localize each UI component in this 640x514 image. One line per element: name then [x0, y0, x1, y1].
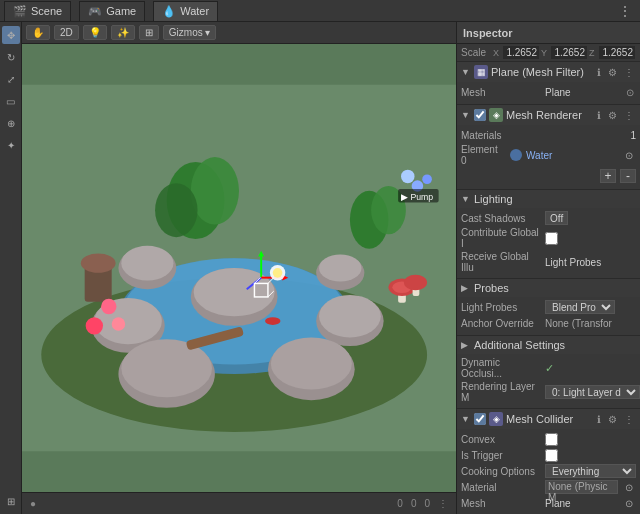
is-trigger-checkbox[interactable]	[545, 449, 558, 462]
mesh-collider-settings-btn[interactable]: ⚙	[606, 414, 619, 425]
probes-header[interactable]: ▶ Probes	[457, 279, 640, 297]
convex-checkbox[interactable]	[545, 433, 558, 446]
mesh-filter-mesh-label: Mesh	[461, 87, 541, 98]
mesh-collider-info-btn[interactable]: ℹ	[595, 414, 603, 425]
scale-x-input[interactable]	[503, 46, 539, 59]
inspector-body[interactable]: Scale X Y Z ▼ ▦ Plane (Mesh Filter) ℹ ⚙ …	[457, 44, 640, 514]
scale-label: Scale	[461, 47, 491, 58]
mesh-collider-header[interactable]: ▼ ◈ Mesh Collider ℹ ⚙ ⋮	[457, 409, 640, 429]
add-material-button[interactable]: +	[600, 169, 616, 183]
dynamic-occlusion-row: Dynamic Occlusi... ✓	[461, 356, 636, 380]
is-trigger-label: Is Trigger	[461, 450, 541, 461]
sidebar-custom-tool[interactable]: ✦	[2, 136, 20, 154]
element-dot	[510, 149, 522, 161]
svg-point-5	[194, 268, 275, 316]
scale-y-input[interactable]	[551, 46, 587, 59]
lighting-header[interactable]: ▼ Lighting	[457, 190, 640, 208]
main-content: ✥ ↻ ⤢ ▭ ⊕ ✦ ⊞ ✋ 2D 💡 ✨ ⊞ Gizmos ▾	[0, 22, 640, 514]
svg-point-31	[86, 317, 103, 334]
additional-settings-body: Dynamic Occlusi... ✓ Rendering Layer M 0…	[457, 354, 640, 408]
sidebar-rotate-tool[interactable]: ↻	[2, 48, 20, 66]
sidebar-transform-tool[interactable]: ⊕	[2, 114, 20, 132]
dynamic-occlusion-label: Dynamic Occlusi...	[461, 357, 541, 379]
svg-point-35	[422, 174, 432, 184]
mesh-renderer-settings-btn[interactable]: ⚙	[606, 110, 619, 121]
contribute-gi-checkbox[interactable]	[545, 232, 558, 245]
mesh-collider-icon: ◈	[489, 412, 503, 426]
is-trigger-row: Is Trigger	[461, 447, 636, 463]
scene-panel: ✋ 2D 💡 ✨ ⊞ Gizmos ▾	[22, 22, 456, 514]
element-select-button[interactable]: ⊙	[622, 148, 636, 162]
dynamic-occlusion-check: ✓	[545, 362, 554, 375]
anchor-override-row: Anchor Override None (Transfor	[461, 315, 636, 331]
tab-game[interactable]: 🎮 Game	[79, 1, 145, 21]
scene-lights-button[interactable]: 💡	[83, 25, 107, 40]
mesh-collider-menu-btn[interactable]: ⋮	[622, 414, 636, 425]
mesh-collider-arrow: ▼	[461, 414, 471, 424]
collider-material-label: Material	[461, 482, 541, 493]
mesh-renderer-header[interactable]: ▼ ◈ Mesh Renderer ℹ ⚙ ⋮	[457, 105, 640, 125]
mesh-filter-arrow: ▼	[461, 67, 471, 77]
receive-gi-label: Receive Global Illu	[461, 251, 541, 273]
sidebar-rect-tool[interactable]: ▭	[2, 92, 20, 110]
mesh-collider-checkbox[interactable]	[474, 413, 486, 425]
additional-settings-section: ▶ Additional Settings Dynamic Occlusi...…	[457, 336, 640, 409]
mesh-filter-target-btn[interactable]: ⊙	[624, 87, 636, 98]
mesh-renderer-checkbox[interactable]	[474, 109, 486, 121]
svg-point-36	[265, 317, 280, 325]
scene-grid-button[interactable]: ⊞	[139, 25, 159, 40]
svg-point-34	[401, 170, 415, 184]
mesh-filter-section: ▼ ▦ Plane (Mesh Filter) ℹ ⚙ ⋮ Mesh Plane…	[457, 62, 640, 105]
contribute-gi-label: Contribute Global I	[461, 227, 541, 249]
scene-fx-button[interactable]: ✨	[111, 25, 135, 40]
rendering-layer-row: Rendering Layer M 0: Light Layer d	[461, 380, 636, 404]
mesh-renderer-info-btn[interactable]: ℹ	[595, 110, 603, 121]
cooking-options-dropdown[interactable]: Everything	[545, 464, 636, 478]
mesh-filter-mesh-row: Mesh Plane ⊙	[461, 84, 636, 100]
collider-mesh-select-btn[interactable]: ⊙	[622, 496, 636, 510]
mesh-renderer-arrow: ▼	[461, 110, 471, 120]
collider-material-select-btn[interactable]: ⊙	[622, 480, 636, 494]
cast-shadows-row: Cast Shadows Off	[461, 210, 636, 226]
additional-settings-header[interactable]: ▶ Additional Settings	[457, 336, 640, 354]
materials-row: Materials 1	[461, 127, 636, 143]
top-bar-right: ⋮	[614, 1, 636, 21]
mesh-filter-header[interactable]: ▼ ▦ Plane (Mesh Filter) ℹ ⚙ ⋮	[457, 62, 640, 82]
sidebar-scale-tool[interactable]: ⤢	[2, 70, 20, 88]
mesh-renderer-menu-btn[interactable]: ⋮	[622, 110, 636, 121]
tab-scene[interactable]: 🎬 Scene	[4, 1, 71, 21]
probes-title: Probes	[474, 282, 636, 294]
mesh-filter-body: Mesh Plane ⊙	[457, 82, 640, 104]
mesh-filter-menu-btn[interactable]: ⋮	[622, 67, 636, 78]
remove-material-button[interactable]: -	[620, 169, 636, 183]
rendering-layer-dropdown[interactable]: 0: Light Layer d	[545, 385, 640, 399]
scene-gizmos-button[interactable]: Gizmos ▾	[163, 25, 217, 40]
mesh-filter-info-btn[interactable]: ℹ	[595, 67, 603, 78]
top-bar: 🎬 Scene 🎮 Game 💧 Water ⋮	[0, 0, 640, 22]
mesh-renderer-actions: ℹ ⚙ ⋮	[595, 110, 636, 121]
scene-viewport[interactable]: ▶ Pump	[22, 44, 456, 492]
scale-z-input[interactable]	[599, 46, 635, 59]
sidebar-view-options[interactable]: ⊞	[2, 492, 20, 510]
svg-point-21	[191, 157, 239, 225]
cast-shadows-value[interactable]: Off	[545, 211, 568, 225]
mesh-collider-body: Convex Is Trigger Cooking Options Everyt…	[457, 429, 640, 514]
scale-row: Scale X Y Z	[457, 44, 640, 62]
mesh-collider-section: ▼ ◈ Mesh Collider ℹ ⚙ ⋮ Convex	[457, 409, 640, 514]
inspector-header: Inspector	[457, 22, 640, 44]
scene-hand-button[interactable]: ✋	[26, 25, 50, 40]
scene-bottom-bar: ● 0 0 0 ⋮	[22, 492, 456, 514]
probes-section: ▶ Probes Light Probes Blend Probes Ancho…	[457, 279, 640, 336]
mesh-renderer-body: Materials 1 Element 0 Water ⊙ + -	[457, 125, 640, 189]
tab-water[interactable]: 💧 Water	[153, 1, 218, 21]
scene-2d-button[interactable]: 2D	[54, 25, 79, 40]
mesh-filter-settings-btn[interactable]: ⚙	[606, 67, 619, 78]
top-bar-menu-button[interactable]: ⋮	[614, 1, 636, 21]
svg-point-30	[101, 299, 116, 314]
light-probes-dropdown[interactable]: Blend Probes	[545, 300, 615, 314]
sidebar-move-tool[interactable]: ✥	[2, 26, 20, 44]
additional-settings-title: Additional Settings	[474, 339, 636, 351]
svg-point-19	[81, 254, 116, 273]
scene-more-button[interactable]: ⋮	[438, 498, 448, 509]
mesh-renderer-title: Mesh Renderer	[506, 109, 592, 121]
